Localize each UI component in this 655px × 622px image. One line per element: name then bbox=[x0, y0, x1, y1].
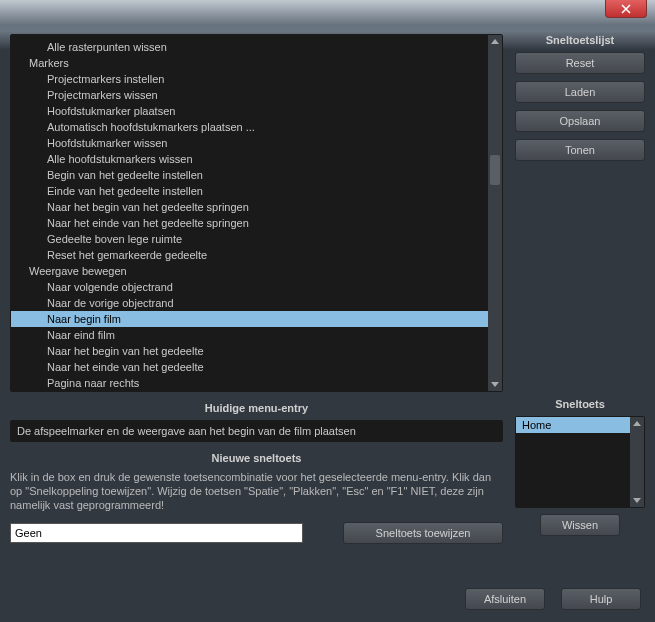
show-button[interactable]: Tonen bbox=[515, 139, 645, 161]
scroll-up-icon[interactable] bbox=[633, 421, 641, 426]
list-item[interactable]: Alle hoofdstukmarkers wissen bbox=[11, 151, 488, 167]
shortcut-title: Sneltoets bbox=[515, 398, 645, 410]
list-item[interactable]: Naar het begin van het gedeelte bbox=[11, 343, 488, 359]
reset-button[interactable]: Reset bbox=[515, 52, 645, 74]
load-button[interactable]: Laden bbox=[515, 81, 645, 103]
list-item[interactable]: Begin van het gedeelte instellen bbox=[11, 167, 488, 183]
help-button[interactable]: Hulp bbox=[561, 588, 641, 610]
close-button[interactable] bbox=[605, 0, 647, 18]
shortcut-input[interactable] bbox=[10, 523, 303, 543]
scroll-down-icon[interactable] bbox=[633, 498, 641, 503]
list-item[interactable]: Naar volgende objectrand bbox=[11, 279, 488, 295]
list-item[interactable]: Reset het gemarkeerde gedeelte bbox=[11, 247, 488, 263]
list-item[interactable]: Naar de vorige objectrand bbox=[11, 295, 488, 311]
assign-shortcut-button[interactable]: Sneltoets toewijzen bbox=[343, 522, 503, 544]
list-item[interactable]: Naar het einde van het gedeelte springen bbox=[11, 215, 488, 231]
list-item[interactable]: Naar het begin van het gedeelte springen bbox=[11, 199, 488, 215]
current-entry-value: De afspeelmarker en de weergave aan het … bbox=[10, 420, 503, 442]
list-item[interactable]: Naar eind film bbox=[11, 327, 488, 343]
clear-button[interactable]: Wissen bbox=[540, 514, 620, 536]
list-item[interactable]: Weergave bewegen bbox=[11, 263, 488, 279]
scroll-thumb[interactable] bbox=[490, 155, 500, 185]
close-icon bbox=[621, 4, 631, 14]
list-item[interactable]: Einde van het gedeelte instellen bbox=[11, 183, 488, 199]
list-item[interactable]: Alle rasterpunten wissen bbox=[11, 39, 488, 55]
list-item[interactable]: Markers bbox=[11, 55, 488, 71]
new-shortcut-help: Klik in de box en druk de gewenste toets… bbox=[10, 470, 503, 512]
shortcut-list-title: Sneltoetslijst bbox=[515, 34, 645, 46]
shortcut-list[interactable]: Home bbox=[515, 416, 645, 508]
list-item[interactable]: Gedeelte boven lege ruimte bbox=[11, 231, 488, 247]
close-dialog-button[interactable]: Afsluiten bbox=[465, 588, 545, 610]
list-item[interactable]: Hoofdstukmarker wissen bbox=[11, 135, 488, 151]
titlebar bbox=[0, 0, 655, 24]
new-shortcut-title: Nieuwe sneltoets bbox=[10, 452, 503, 464]
list-item[interactable]: Naar begin film bbox=[11, 311, 488, 327]
list-item[interactable]: Automatisch hoofdstukmarkers plaatsen ..… bbox=[11, 119, 488, 135]
menu-list[interactable]: Alle rasterpunten wissenMarkersProjectma… bbox=[10, 34, 503, 392]
list-item[interactable]: Projectmarkers instellen bbox=[11, 71, 488, 87]
shortcut-item[interactable]: Home bbox=[516, 417, 630, 433]
shortcut-list-scrollbar[interactable] bbox=[630, 417, 644, 507]
current-entry-title: Huidige menu-entry bbox=[10, 402, 503, 414]
save-button[interactable]: Opslaan bbox=[515, 110, 645, 132]
list-item[interactable]: Hoofdstukmarker plaatsen bbox=[11, 103, 488, 119]
menu-list-scrollbar[interactable] bbox=[488, 35, 502, 391]
scroll-down-icon[interactable] bbox=[491, 382, 499, 387]
scroll-up-icon[interactable] bbox=[491, 39, 499, 44]
list-item[interactable]: Projectmarkers wissen bbox=[11, 87, 488, 103]
list-item[interactable]: Naar het einde van het gedeelte bbox=[11, 359, 488, 375]
list-item[interactable]: Pagina naar rechts bbox=[11, 375, 488, 391]
